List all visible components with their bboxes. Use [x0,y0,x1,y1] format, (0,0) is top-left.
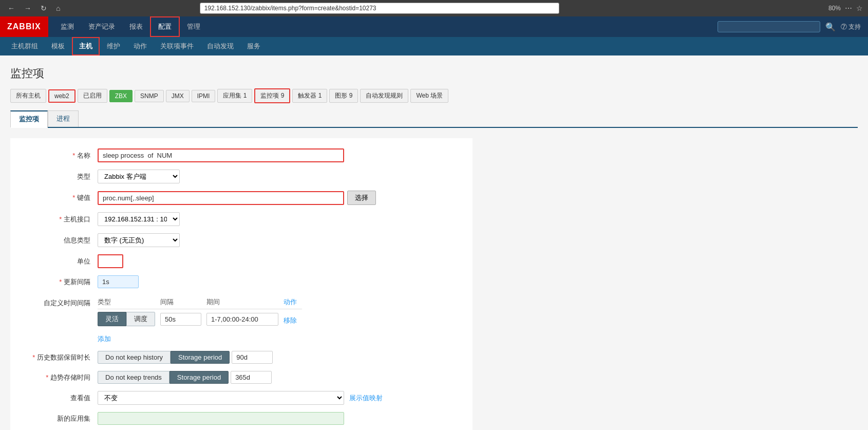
filter-tab-zbx[interactable]: ZBX [109,90,133,102]
col-period-header: 期间 [206,295,284,309]
type-toggle: 灵活 调度 [98,312,155,326]
bookmark-icon[interactable]: ☆ [856,4,863,12]
display-mapping-link[interactable]: 展示值映射 [349,394,383,403]
info-type-select[interactable]: 数字 (无正负) [98,233,180,247]
form-row-unit: 单位 [26,254,457,268]
interval-value-input[interactable] [160,313,201,326]
form-row-key: 键值 选择 [26,191,457,205]
info-type-label: 信息类型 [26,236,98,245]
type-flexible-btn[interactable]: 灵活 [98,312,126,326]
form-row-custom-interval: 自定义时间间隔 类型 间隔 期间 动作 [26,295,457,344]
sub-tab-process[interactable]: 进程 [48,110,79,127]
sub-tab-items[interactable]: 监控项 [10,110,48,128]
history-value-input[interactable] [232,351,273,364]
filter-tab-graphs[interactable]: 图形 9 [329,89,358,103]
filter-tab-jmx[interactable]: JMX [166,90,190,102]
form-row-interval: 更新间隔 [26,275,457,288]
nav-maintenance[interactable]: 维护 [101,37,126,55]
back-button[interactable]: ← [5,3,17,13]
period-input[interactable] [206,313,278,326]
filter-tab-all-hosts[interactable]: 所有主机 [10,89,46,103]
menu-item-monitor[interactable]: 监测 [53,16,81,37]
interval-label: 更新间隔 [26,277,98,287]
trends-toggle: Do not keep trends Storage period [98,371,229,384]
second-navigation: 主机群组 模板 主机 维护 动作 关联项事件 自动发现 服务 [0,37,868,55]
history-toggle: Do not keep history Storage period [98,351,230,364]
interval-value-cell [160,309,206,329]
key-label: 键值 [26,193,98,202]
new-app-label: 新的应用集 [26,414,98,423]
remove-interval-link[interactable]: 移除 [284,316,297,325]
col-interval-header: 间隔 [160,295,206,309]
key-select-button[interactable]: 选择 [347,191,376,205]
history-no-keep-btn[interactable]: Do not keep history [98,351,171,364]
type-select[interactable]: Zabbix 客户端 [98,170,180,183]
sub-tabs: 监控项 进程 [10,110,858,128]
nav-services[interactable]: 服务 [241,37,267,55]
filter-tab-web-scenarios[interactable]: Web 场景 [410,89,448,103]
menu-item-manage[interactable]: 管理 [180,16,207,37]
custom-interval-label: 自定义时间间隔 [26,295,98,308]
trends-label: 趋势存储时间 [26,373,98,382]
form-row-info-type: 信息类型 数字 (无正负) [26,233,457,247]
filter-tab-ipmi[interactable]: IPMI [192,90,216,102]
menu-item-assets[interactable]: 资产记录 [81,16,122,37]
trends-no-keep-btn[interactable]: Do not keep trends [98,371,169,384]
new-app-input[interactable] [98,412,344,425]
support-link[interactable]: ⑦ 支持 [841,23,861,31]
nav-autodiscovery[interactable]: 自动发现 [201,37,240,55]
key-input[interactable] [98,191,344,205]
forward-button[interactable]: → [22,3,34,13]
filter-tab-web2[interactable]: web2 [48,89,76,103]
trends-storage-btn[interactable]: Storage period [169,371,229,384]
filter-tab-triggers[interactable]: 触发器 1 [292,89,327,103]
address-bar: 192.168.152.130/zabbix/items.php?form=cr… [200,3,559,14]
browser-icons: ⋯ ☆ [845,4,863,12]
home-button[interactable]: ⌂ [53,3,63,13]
zoom-level: 80% [828,5,841,12]
filter-tab-autodiscovery-rules[interactable]: 自动发现规则 [360,89,408,103]
period-value-cell [206,309,284,329]
nav-actions[interactable]: 动作 [127,37,153,55]
nav-event-corr[interactable]: 关联项事件 [154,37,200,55]
menu-item-report[interactable]: 报表 [122,16,150,37]
interface-label: 主机接口 [26,215,98,224]
top-search-input[interactable] [718,21,820,32]
col-action-header: 动作 [284,295,302,309]
filter-tab-snmp[interactable]: SNMP [135,90,164,102]
menu-icon[interactable]: ⋯ [845,4,852,12]
name-input[interactable] [98,148,344,162]
unit-input[interactable] [98,254,123,268]
form-row-trends: 趋势存储时间 Do not keep trends Storage period [26,371,457,384]
history-storage-btn[interactable]: Storage period [171,351,230,364]
nav-templates[interactable]: 模板 [45,37,71,55]
top-right-area: 🔍 ⑦ 支持 [718,21,868,32]
history-label: 历史数据保留时长 [26,353,98,362]
form-row-value-map: 查看值 不变 展示值映射 [26,391,457,405]
url-text: 192.168.152.130/zabbix/items.php?form=cr… [204,5,376,12]
form-row-history: 历史数据保留时长 Do not keep history Storage per… [26,351,457,364]
type-schedule-btn[interactable]: 调度 [126,312,155,326]
form-row-interface: 主机接口 192.168.152.131 : 10050 [26,212,457,226]
filter-tab-appset[interactable]: 应用集 1 [217,89,252,103]
search-icon[interactable]: 🔍 [825,22,836,32]
interval-table: 类型 间隔 期间 动作 灵活 调度 [98,295,302,329]
action-cell: 移除 [284,309,302,329]
main-content: 监控项 所有主机 web2 已启用 ZBX SNMP JMX IPMI 应用集 … [0,55,868,430]
interface-select[interactable]: 192.168.152.131 : 10050 [98,212,180,226]
add-interval-link[interactable]: 添加 [98,334,111,344]
value-map-select[interactable]: 不变 [98,391,344,405]
reload-button[interactable]: ↻ [38,3,49,13]
menu-item-config[interactable]: 配置 [150,16,180,37]
page-title: 监控项 [10,66,858,81]
nav-hosts[interactable]: 主机 [72,37,100,55]
filter-tab-items[interactable]: 监控项 9 [254,88,290,103]
filter-tab-enabled[interactable]: 已启用 [78,89,107,103]
value-map-label: 查看值 [26,394,98,403]
interval-input[interactable] [98,275,139,288]
nav-host-groups[interactable]: 主机群组 [5,37,44,55]
col-type-header: 类型 [98,295,160,309]
top-navigation: ZABBIX 监测 资产记录 报表 配置 管理 🔍 ⑦ 支持 [0,16,868,37]
trends-value-input[interactable] [231,371,272,384]
unit-label: 单位 [26,257,98,266]
